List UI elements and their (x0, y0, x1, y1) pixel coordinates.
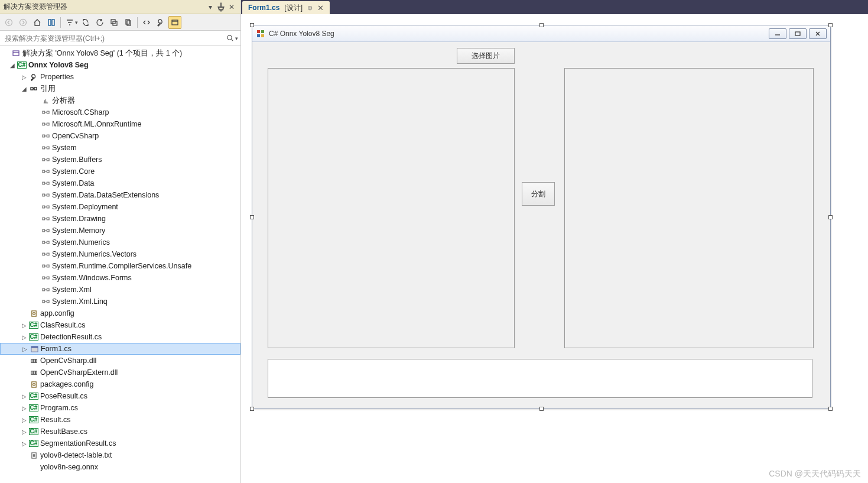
output-textbox[interactable] (268, 359, 812, 398)
minimize-button[interactable] (769, 28, 786, 39)
file-node-onnx-model[interactable]: yolov8n-seg.onnx (0, 461, 240, 473)
svg-rect-85 (261, 30, 264, 33)
file-node-resultbase[interactable]: ▷ C# ResultBase.cs (0, 426, 240, 437)
nav-back-button[interactable] (2, 16, 15, 29)
close-button[interactable] (809, 28, 827, 39)
project-node[interactable]: ◢ C# Onnx Yolov8 Seg (0, 59, 240, 71)
expand-icon[interactable]: ▷ (20, 322, 28, 329)
resize-handle[interactable] (539, 23, 544, 27)
expand-icon[interactable]: ▷ (20, 429, 28, 435)
collapse-icon[interactable]: ◢ (8, 62, 17, 69)
collapse-icon[interactable]: ◢ (20, 86, 28, 92)
panel-title: 解决方案资源管理器 (4, 2, 205, 12)
solution-node[interactable]: 解决方案 'Onnx Yolov8 Seg' (1 个项目，共 1 个) (0, 47, 240, 59)
resize-handle[interactable] (250, 23, 254, 27)
reference-node[interactable]: System.Runtime.CompilerServices.Unsafe (0, 260, 240, 272)
reference-node[interactable]: System.Data.DataSetExtensions (0, 189, 240, 201)
close-icon[interactable]: ✕ (317, 4, 324, 12)
select-image-button[interactable]: 选择图片 (457, 48, 515, 64)
home-button[interactable] (31, 16, 44, 29)
collapse-all-button[interactable] (108, 16, 121, 29)
filter-dropdown-icon[interactable]: ▾ (75, 20, 78, 25)
view-code-button[interactable] (140, 16, 153, 29)
file-node-form1[interactable]: ▷ Form1.cs (0, 343, 240, 355)
picturebox-output[interactable] (564, 68, 814, 348)
preview-selected-button[interactable] (168, 16, 181, 29)
pin-icon[interactable]: ⊕ (307, 4, 313, 12)
reference-node[interactable]: System.Buffers (0, 154, 240, 166)
reference-node[interactable]: System.Numerics (0, 236, 240, 248)
reference-node[interactable]: System.Memory (0, 225, 240, 236)
reference-label: System.Data.DataSetExtensions (51, 191, 159, 199)
reference-node[interactable]: System.Numerics.Vectors (0, 248, 240, 260)
properties-node[interactable]: ▷ Properties (0, 71, 240, 83)
reference-node[interactable]: System.Deployment (0, 201, 240, 213)
filter-button[interactable] (63, 16, 76, 29)
search-icon[interactable] (225, 34, 235, 42)
svg-rect-23 (42, 135, 44, 137)
file-label: OpenCvSharp.dll (39, 356, 96, 365)
sync-button[interactable] (79, 16, 92, 29)
file-node-poseresult[interactable]: ▷ C# PoseResult.cs (0, 390, 240, 402)
picturebox-input[interactable] (268, 68, 515, 348)
form-title: C# Onnx Yolov8 Seg (269, 30, 766, 38)
reference-node[interactable]: Microsoft.ML.OnnxRuntime (0, 118, 240, 130)
file-node-opencvsharp-dll[interactable]: OpenCvSharp.dll (0, 355, 240, 367)
file-node-opencvsharpextern-dll[interactable]: OpenCvSharpExtern.dll (0, 367, 240, 378)
reference-icon (40, 180, 51, 186)
search-input[interactable] (2, 33, 225, 44)
wrench-icon (28, 73, 39, 81)
refresh-button[interactable] (93, 16, 106, 29)
maximize-button[interactable] (789, 28, 807, 39)
expand-icon[interactable]: ▷ (20, 334, 28, 341)
tab-form1-design[interactable]: Form1.cs [设计] ⊕ ✕ (242, 1, 330, 14)
file-node-result[interactable]: ▷ C# Result.cs (0, 414, 240, 426)
file-node-app-config[interactable]: app.config (0, 307, 240, 319)
file-node-segresult[interactable]: ▷ C# SegmentationResult.cs (0, 437, 240, 449)
solution-tree[interactable]: 解决方案 'Onnx Yolov8 Seg' (1 个项目，共 1 个) ◢ C… (0, 46, 240, 483)
search-dropdown-icon[interactable]: ▾ (235, 35, 238, 41)
reference-node[interactable]: System.Xml.Linq (0, 296, 240, 307)
search-box[interactable]: ▾ (0, 31, 240, 46)
reference-node[interactable]: System.Core (0, 166, 240, 177)
properties-button[interactable] (154, 16, 167, 29)
expand-icon[interactable]: ▷ (20, 393, 28, 400)
references-node[interactable]: ◢ 引用 (0, 83, 240, 95)
reference-node[interactable]: System.Data (0, 177, 240, 189)
reference-node[interactable]: System.Drawing (0, 213, 240, 225)
file-node-clasresult[interactable]: ▷ C# ClasResult.cs (0, 319, 240, 331)
button-label: 分割 (531, 189, 545, 199)
solution-label: 解决方案 'Onnx Yolov8 Seg' (1 个项目，共 1 个) (21, 48, 182, 59)
form-window[interactable]: C# Onnx Yolov8 Seg 选择图片 分割 (252, 25, 831, 409)
svg-rect-78 (31, 381, 35, 387)
panel-dropdown-button[interactable]: ▾ (205, 2, 216, 12)
file-label: OpenCvSharpExtern.dll (39, 368, 118, 377)
reference-node[interactable]: OpenCvSharp (0, 130, 240, 142)
panel-close-button[interactable]: ✕ (226, 2, 237, 12)
segment-button[interactable]: 分割 (522, 182, 555, 206)
form-client-area[interactable]: 选择图片 分割 (252, 42, 830, 409)
reference-node[interactable]: System.Xml (0, 284, 240, 296)
expand-icon[interactable]: ▷ (20, 74, 28, 80)
file-label: Form1.cs (40, 345, 71, 353)
nav-forward-button[interactable] (17, 16, 30, 29)
file-node-detectionresult[interactable]: ▷ C# DetectionResult.cs (0, 331, 240, 343)
file-node-labels-txt[interactable]: yolov8-detect-lable.txt (0, 449, 240, 461)
panel-pin-button[interactable] (216, 2, 226, 12)
expand-icon[interactable]: ▷ (20, 405, 28, 411)
reference-node[interactable]: Microsoft.CSharp (0, 106, 240, 118)
file-node-program[interactable]: ▷ C# Program.cs (0, 402, 240, 414)
designer-surface[interactable]: C# Onnx Yolov8 Seg 选择图片 分割 (241, 14, 868, 483)
resize-handle[interactable] (828, 23, 833, 27)
reference-node[interactable]: System.Windows.Forms (0, 272, 240, 284)
switch-views-button[interactable] (45, 16, 58, 29)
analyzer-node[interactable]: 分析器 (0, 95, 240, 106)
file-label: ClasResult.cs (39, 321, 85, 329)
expand-icon[interactable]: ▷ (21, 346, 29, 352)
expand-icon[interactable]: ▷ (20, 417, 28, 423)
sync-icon (82, 18, 90, 27)
reference-node[interactable]: System (0, 142, 240, 154)
show-all-files-button[interactable] (122, 16, 135, 29)
file-node-packages-config[interactable]: packages.config (0, 378, 240, 390)
expand-icon[interactable]: ▷ (20, 440, 28, 447)
